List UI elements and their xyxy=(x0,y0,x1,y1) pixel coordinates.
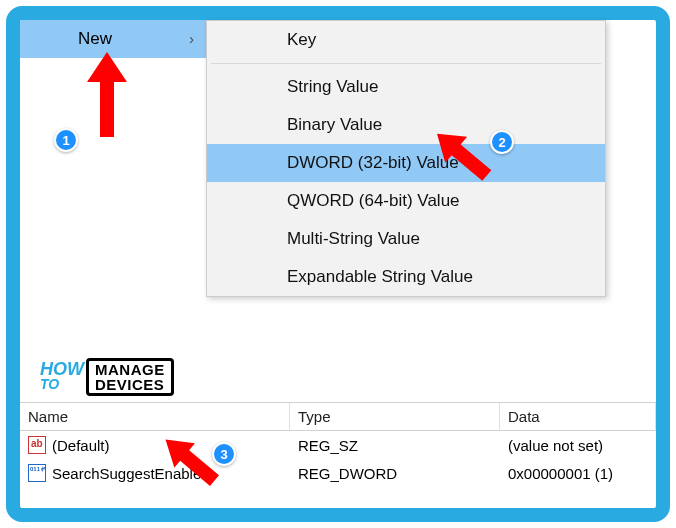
registry-table: Name Type Data (Default) REG_SZ (value n… xyxy=(20,402,656,487)
header-type[interactable]: Type xyxy=(290,403,500,430)
submenu-dword-value[interactable]: DWORD (32-bit) Value xyxy=(207,144,605,182)
table-row[interactable]: (Default) REG_SZ (value not set) xyxy=(20,431,656,459)
svg-marker-0 xyxy=(87,52,127,137)
watermark-logo: HOW TO MANAGE DEVICES xyxy=(40,358,174,396)
watermark-how: HOW xyxy=(40,362,84,376)
annotation-badge-1: 1 xyxy=(54,128,78,152)
submenu-separator xyxy=(211,63,601,64)
table-row[interactable]: SearchSuggestEnabled REG_DWORD 0x0000000… xyxy=(20,459,656,487)
annotation-badge-3: 3 xyxy=(212,442,236,466)
context-menu-new[interactable]: New › xyxy=(20,20,206,58)
submenu-multistring-value[interactable]: Multi-String Value xyxy=(207,220,605,258)
row-name: SearchSuggestEnabled xyxy=(52,465,210,482)
dword-value-icon xyxy=(28,464,46,482)
row-data: (value not set) xyxy=(500,435,656,456)
submenu-expandable-value[interactable]: Expandable String Value xyxy=(207,258,605,296)
row-type: REG_SZ xyxy=(290,435,500,456)
header-name[interactable]: Name xyxy=(20,403,290,430)
row-type: REG_DWORD xyxy=(290,463,500,484)
submenu-key[interactable]: Key xyxy=(207,21,605,59)
string-value-icon xyxy=(28,436,46,454)
row-data: 0x00000001 (1) xyxy=(500,463,656,484)
annotation-arrow-1 xyxy=(82,52,132,142)
header-data[interactable]: Data xyxy=(500,403,656,430)
annotation-badge-2: 2 xyxy=(490,130,514,154)
submenu-binary-value[interactable]: Binary Value xyxy=(207,106,605,144)
chevron-right-icon: › xyxy=(189,31,194,47)
watermark-manage-devices: MANAGE DEVICES xyxy=(86,358,174,396)
context-menu-new-label: New xyxy=(78,29,112,49)
submenu-qword-value[interactable]: QWORD (64-bit) Value xyxy=(207,182,605,220)
row-name: (Default) xyxy=(52,437,110,454)
context-submenu: Key String Value Binary Value DWORD (32-… xyxy=(206,20,606,297)
submenu-string-value[interactable]: String Value xyxy=(207,68,605,106)
registry-header: Name Type Data xyxy=(20,402,656,431)
